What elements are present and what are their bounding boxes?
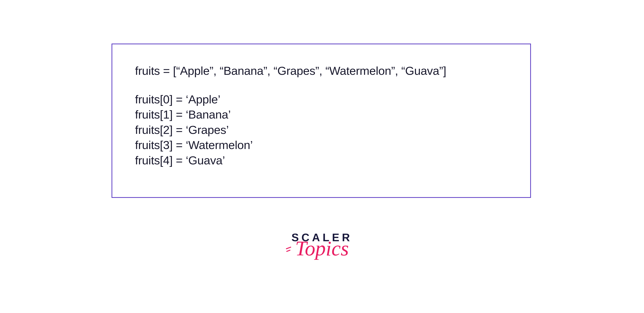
code-index-line: fruits[0] = ‘Apple’: [135, 92, 508, 107]
code-index-line: fruits[2] = ‘Grapes’: [135, 122, 508, 138]
code-index-line: fruits[1] = ‘Banana’: [135, 107, 508, 122]
code-index-line: fruits[3] = ‘Watermelon’: [135, 138, 508, 153]
code-index-line: fruits[4] = ‘Guava’: [135, 153, 508, 168]
code-spacer: [135, 78, 508, 92]
code-box: fruits = [“Apple”, “Banana”, “Grapes”, “…: [112, 44, 531, 198]
logo-text-bottom: Topics: [292, 238, 352, 259]
code-declaration-line: fruits = [“Apple”, “Banana”, “Grapes”, “…: [135, 63, 508, 78]
brand-logo: SCALER Topics: [292, 231, 352, 259]
